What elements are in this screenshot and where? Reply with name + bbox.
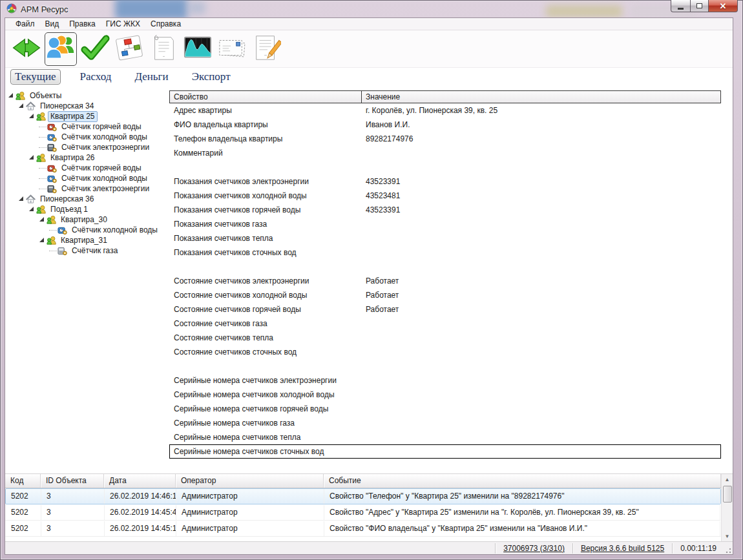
property-row[interactable]: Серийные номера счетчиков электроэнергии [169, 373, 721, 388]
property-name: Серийные номера счетчиков газа [170, 419, 362, 428]
property-row[interactable]: Показания счетчиков электроэнергии435233… [169, 174, 721, 189]
mail-button[interactable] [216, 32, 248, 66]
property-value[interactable]: 43523391 [362, 205, 720, 214]
property-value[interactable]: Работает [362, 276, 720, 285]
menu-item[interactable]: Правка [64, 18, 101, 30]
property-row[interactable]: ФИО владельца квартирыИванов И.И. [169, 118, 721, 132]
tree-connector [49, 230, 57, 231]
table-row[interactable]: 5202326.02.2019 14:45:41АдминистраторСво… [5, 504, 721, 521]
tree-item[interactable]: Квартира_30 [5, 214, 169, 225]
table-row[interactable]: 5202326.02.2019 14:46:13АдминистраторСво… [5, 488, 721, 504]
graph-button[interactable] [182, 32, 214, 66]
confirm-button[interactable] [79, 32, 111, 66]
tree-item[interactable]: Счётчик горячей воды [5, 121, 169, 132]
scroll-up-icon[interactable]: ▲ [722, 474, 733, 484]
tree-item[interactable]: Пионерская 36 [5, 194, 169, 204]
property-row[interactable]: Показания счетчиков тепла [169, 231, 721, 245]
tree-item[interactable]: Квартира 25 [5, 111, 169, 121]
log-column-header[interactable]: Дата [104, 474, 176, 488]
counter-link[interactable]: 37006973 (3/310) [497, 544, 571, 553]
property-value[interactable]: 43523481 [362, 191, 720, 200]
property-row[interactable]: Телефон владельца квартиры89282174976 [169, 132, 721, 146]
property-value[interactable]: г. Королёв, ул. Пионерская 39, кв. 25 [362, 106, 720, 115]
tab-Экспорт[interactable]: Экспорт [188, 70, 235, 84]
property-value[interactable]: Иванов И.И. [362, 120, 720, 129]
scheme-button[interactable] [113, 32, 145, 66]
menu-item[interactable]: ГИС ЖКХ [101, 18, 145, 30]
log-column-header[interactable]: Событие [324, 474, 721, 488]
property-row[interactable]: Серийные номера счетчиков сточных вод [169, 444, 721, 459]
property-row[interactable]: Показания счетчиков холодной воды4352348… [169, 189, 721, 203]
expander-icon[interactable] [28, 154, 35, 161]
tree-item[interactable]: Счётчик холодной воды [5, 173, 169, 183]
menu-item[interactable]: Файл [10, 18, 40, 30]
expander-icon[interactable] [8, 92, 14, 99]
scrollbar-thumb[interactable] [723, 486, 732, 503]
property-value[interactable]: Работает [362, 305, 720, 314]
tree-item[interactable]: Квартира_31 [5, 235, 169, 245]
expander-icon[interactable] [39, 216, 45, 223]
expander-icon[interactable] [28, 206, 35, 213]
tab-Текущие[interactable]: Текущие [10, 69, 61, 85]
property-value[interactable]: 89282174976 [362, 134, 720, 143]
property-row[interactable]: Состояние счетчиков электроэнергииРабота… [169, 274, 721, 288]
column-header-property[interactable]: Свойство [170, 91, 362, 103]
tree-item[interactable]: Счётчик холодной воды [5, 132, 169, 142]
property-row[interactable]: Состояние счетчиков холодной водыРаботае… [169, 288, 721, 302]
property-row[interactable]: Показания счетчиков газа [169, 217, 721, 231]
title-bar[interactable]: АРМ Ресурс ✕ [0, 0, 743, 18]
tree-item-label: Подъезд 1 [48, 204, 90, 215]
property-row[interactable]: Показания счетчиков горячей воды43523391 [169, 203, 721, 217]
property-row[interactable]: Показания счетчиков сточных вод [169, 245, 721, 260]
property-row[interactable]: Состояние счетчиков газа [169, 316, 721, 331]
log-column-header[interactable]: ID Объекта [41, 474, 104, 488]
chart-icon [183, 33, 213, 65]
property-row[interactable]: Состояние счетчиков тепла [169, 331, 721, 345]
log-column-header[interactable]: Код [5, 474, 41, 488]
tree-item[interactable]: Счётчик электроэнергии [5, 183, 169, 194]
property-row[interactable]: Серийные номера счетчиков холодной воды [169, 388, 721, 402]
table-row[interactable]: 5202326.02.2019 14:45:15АдминистраторСво… [5, 521, 721, 537]
property-row[interactable]: Состояние счетчиков сточных вод [169, 345, 721, 359]
objects-button[interactable] [45, 32, 77, 66]
scroll-down-icon[interactable]: ▼ [722, 531, 733, 541]
property-value[interactable]: 43523391 [362, 177, 720, 186]
version-link[interactable]: Версия 3.6.6 build 5125 [574, 544, 671, 553]
tab-Расход[interactable]: Расход [76, 70, 116, 84]
expander-icon[interactable] [28, 113, 35, 119]
property-value[interactable]: Работает [362, 291, 720, 300]
resize-grip[interactable] [723, 545, 732, 554]
log-scrollbar[interactable]: ▲ ▼ [721, 474, 733, 541]
minimize-button[interactable] [671, 0, 690, 12]
tree-item[interactable]: Подъезд 1 [5, 204, 169, 214]
sync-button[interactable] [10, 32, 43, 66]
tree-item[interactable]: Счётчик горячей воды [5, 163, 169, 173]
tree-item[interactable]: Счётчик газа [5, 245, 169, 256]
menu-item[interactable]: Вид [40, 18, 65, 30]
property-row[interactable]: Серийные номера счетчиков тепла [169, 430, 721, 444]
tree-item[interactable]: Счётчик холодной воды [5, 225, 169, 235]
tree-item[interactable]: Объекты [5, 90, 169, 101]
property-row[interactable]: Адрес квартирыг. Королёв, ул. Пионерская… [169, 103, 721, 118]
expander-icon[interactable] [18, 196, 25, 202]
horizontal-splitter[interactable] [5, 462, 733, 473]
property-row[interactable]: Серийные номера счетчиков газа [169, 416, 721, 430]
column-header-value[interactable]: Значение [362, 91, 720, 103]
close-button[interactable]: ✕ [708, 0, 738, 12]
property-row[interactable]: Состояние счетчиков горячей водыРаботает [169, 302, 721, 316]
edit-document-button[interactable] [250, 32, 282, 66]
expander-icon[interactable] [18, 103, 25, 109]
property-row[interactable]: Комментарий [169, 146, 721, 160]
report-button[interactable] [147, 32, 180, 66]
tree-item-label: Квартира 26 [48, 152, 98, 163]
log-column-header[interactable]: Оператор [176, 474, 324, 488]
meter-electric-icon [47, 143, 57, 152]
tab-Деньги[interactable]: Деньги [131, 70, 172, 84]
tree-item[interactable]: Пионерская 34 [5, 101, 169, 111]
expander-icon[interactable] [39, 237, 45, 244]
property-row[interactable]: Серийные номера счетчиков горячей воды [169, 402, 721, 416]
tree-item[interactable]: Квартира 26 [5, 152, 169, 163]
menu-item[interactable]: Справка [145, 18, 186, 30]
maximize-button[interactable] [690, 0, 708, 12]
tree-item[interactable]: Счётчик электроэнергии [5, 142, 169, 152]
